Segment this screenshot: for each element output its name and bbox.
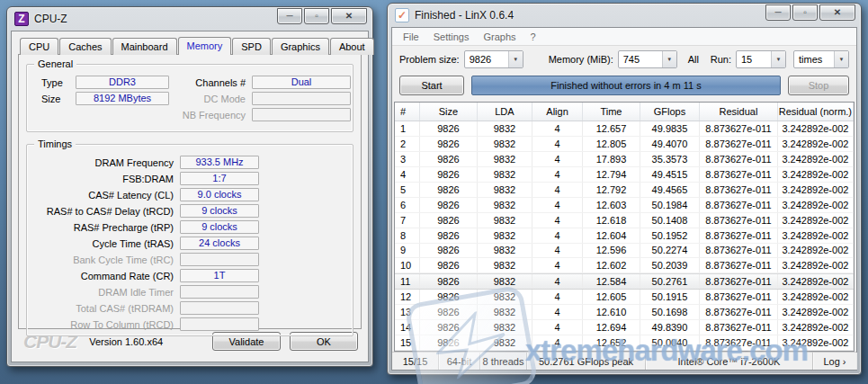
menu-item-file[interactable]: File <box>396 31 426 42</box>
linx-titlebar[interactable]: ✓ Finished - LinX 0.6.4 ─ ▫ ✕ <box>388 4 861 27</box>
tab-caches[interactable]: Caches <box>59 38 111 55</box>
column-header[interactable]: Size <box>420 103 478 121</box>
field-row: DC Mode <box>169 92 351 105</box>
timing-value: 9.0 clocks <box>180 188 259 201</box>
table-cell: 12.794 <box>583 167 640 182</box>
table-row[interactable]: 398269832417.89335.35738.873627e-0113.24… <box>395 152 854 167</box>
timing-value <box>180 301 259 315</box>
menu-item-help[interactable]: ? <box>523 31 543 42</box>
table-cell: 9832 <box>478 274 532 289</box>
timing-row: Bank Cycle Time (tRC) <box>34 253 345 266</box>
start-button[interactable]: Start <box>399 76 464 95</box>
cpuz-titlebar[interactable]: Z CPU-Z ─ ▫ ✕ <box>7 7 372 31</box>
table-row[interactable]: 198269832412.65749.98358.873627e-0113.24… <box>395 121 854 137</box>
field-label: Type <box>34 77 76 88</box>
table-cell: 4 <box>532 152 583 166</box>
column-header[interactable]: Align <box>532 103 583 121</box>
menu-item-settings[interactable]: Settings <box>426 31 477 42</box>
tab-memory[interactable]: Memory <box>178 37 232 55</box>
table-row[interactable]: 698269832412.60350.19848.873627e-0113.24… <box>395 198 854 213</box>
timing-row: Total CAS# (tRDRAM) <box>34 301 345 315</box>
table-cell: 9832 <box>478 290 532 304</box>
table-row[interactable]: 1398269832412.61050.16988.873627e-0113.2… <box>395 305 854 320</box>
table-cell: 13 <box>395 305 420 319</box>
close-icon: ✕ <box>834 8 841 17</box>
table-cell: 9832 <box>478 198 532 212</box>
minimize-icon: ─ <box>286 12 292 21</box>
status-log-button[interactable]: Log › <box>813 353 856 370</box>
table-cell: 10 <box>395 258 420 272</box>
chevron-down-icon: ▼ <box>508 51 523 67</box>
column-header[interactable]: Residual <box>700 103 778 121</box>
table-cell: 9832 <box>478 335 532 350</box>
table-cell: 35.3573 <box>640 152 700 166</box>
table-cell: 9826 <box>420 183 478 197</box>
tab-about[interactable]: About <box>330 38 374 55</box>
menu-item-graphs[interactable]: Graphs <box>476 31 523 42</box>
table-cell: 5 <box>395 183 420 197</box>
table-cell: 50.1984 <box>640 198 700 212</box>
column-header[interactable]: GFlops <box>640 103 700 121</box>
table-cell: 4 <box>532 335 583 350</box>
tab-mainboard[interactable]: Mainboard <box>112 38 177 55</box>
table-cell: 3.242892e-002 <box>778 121 854 136</box>
maximize-button[interactable]: ▫ <box>792 4 818 21</box>
table-cell: 9826 <box>420 290 478 304</box>
column-header[interactable]: Time <box>583 103 640 121</box>
close-button[interactable]: ✕ <box>819 4 855 21</box>
table-row[interactable]: 798269832412.61850.14088.873627e-0113.24… <box>395 213 854 228</box>
timing-value <box>180 317 259 331</box>
table-row[interactable]: 1498269832412.69449.83908.873627e-0113.2… <box>395 320 854 335</box>
table-cell: 4 <box>532 290 583 304</box>
chevron-down-icon: ▼ <box>662 51 676 67</box>
table-row[interactable]: 1598269832412.65250.00408.873627e-0113.2… <box>395 335 854 351</box>
minimize-button[interactable]: ─ <box>277 8 302 24</box>
minimize-icon: ─ <box>774 8 781 17</box>
field-value: 8192 MBytes <box>76 92 169 105</box>
table-cell: 9832 <box>478 121 532 136</box>
table-cell: 9832 <box>478 258 532 272</box>
column-header[interactable]: LDA <box>478 103 532 121</box>
status-bar: 15/1564-bit8 threads50.2761 GFlops peakI… <box>392 352 856 370</box>
times-select[interactable]: times ▼ <box>793 50 849 68</box>
chevron-down-icon: ▼ <box>834 51 848 67</box>
table-cell: 12.652 <box>583 335 640 350</box>
run-select[interactable]: 15 ▼ <box>736 50 786 68</box>
general-groupbox: General TypeDDR3Size8192 MBytes Channels… <box>26 64 353 132</box>
table-row[interactable]: 898269832412.60450.19528.873627e-0113.24… <box>395 228 854 244</box>
linx-client: FileSettingsGraphs? Problem size: 9826 ▼… <box>391 27 857 371</box>
problem-size-select[interactable]: 9826 ▼ <box>464 50 523 68</box>
timing-label: DRAM Frequency <box>34 157 180 168</box>
timing-label: Row To Column (tRCD) <box>34 319 180 330</box>
table-cell: 3.242892e-002 <box>778 137 854 151</box>
close-button[interactable]: ✕ <box>331 8 367 24</box>
tab-graphics[interactable]: Graphics <box>272 38 329 55</box>
table-row[interactable]: 1098269832412.60250.20398.873627e-0113.2… <box>395 258 854 273</box>
table-row[interactable]: 598269832412.79249.45658.873627e-0113.24… <box>395 183 854 198</box>
table-row[interactable]: 1298269832412.60550.19158.873627e-0113.2… <box>395 290 854 305</box>
column-header[interactable]: # <box>395 103 420 121</box>
column-header[interactable]: Residual (norm.) <box>778 103 854 121</box>
status-gflops-peak: 50.2761 GFlops peak <box>527 353 646 370</box>
table-cell: 4 <box>532 244 583 258</box>
minimize-button[interactable]: ─ <box>765 4 791 21</box>
tab-cpu[interactable]: CPU <box>20 38 58 55</box>
timing-value: 9 clocks <box>180 220 259 234</box>
table-cell: 8.873627e-011 <box>700 121 778 136</box>
all-label: All <box>688 54 699 65</box>
tab-spd[interactable]: SPD <box>232 38 271 55</box>
maximize-button[interactable]: ▫ <box>304 8 329 24</box>
table-row[interactable]: 498269832412.79449.45158.873627e-0113.24… <box>395 167 854 183</box>
table-cell: 4 <box>532 137 583 151</box>
table-cell: 12.596 <box>583 244 640 258</box>
timing-value: 24 clocks <box>180 237 259 250</box>
memory-select[interactable]: 745 ▼ <box>618 50 677 68</box>
table-cell: 9832 <box>478 228 532 243</box>
table-cell: 3.242892e-002 <box>778 335 854 350</box>
timings-rows: DRAM Frequency933.5 MHzFSB:DRAM1:7CAS# L… <box>34 156 345 331</box>
table-row[interactable]: 1198269832412.58450.27618.873627e-0113.2… <box>395 273 854 290</box>
table-cell: 3.242892e-002 <box>778 167 854 182</box>
table-row[interactable]: 298269832412.80549.40708.873627e-0113.24… <box>395 137 854 152</box>
field-value <box>252 92 351 105</box>
table-row[interactable]: 998269832412.59650.22748.873627e-0113.24… <box>395 244 854 259</box>
